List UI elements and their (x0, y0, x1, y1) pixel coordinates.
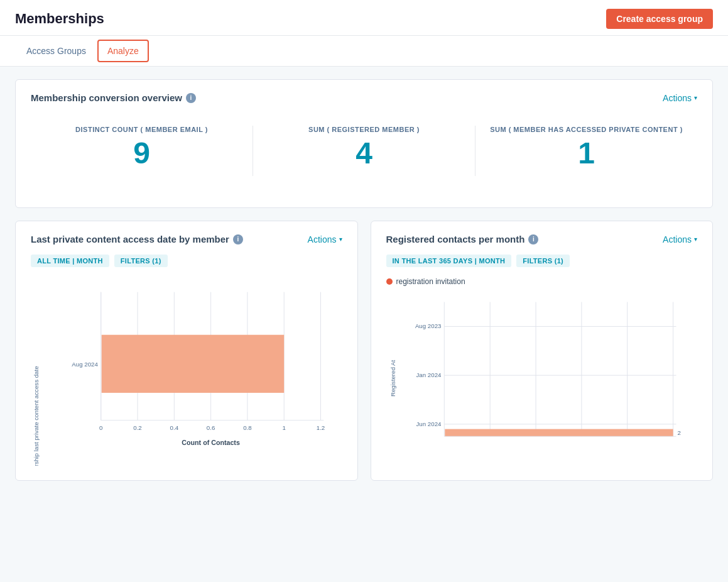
svg-text:Membership last private conten: Membership last private content access d… (33, 366, 40, 466)
metric-private-content: SUM ( MEMBER HAS ACCESSED PRIVATE CONTEN… (475, 126, 697, 168)
top-bar: Memberships Create access group (0, 0, 728, 36)
metric-private-content-value: 1 (475, 138, 697, 168)
left-card-actions-button[interactable]: Actions ▾ (308, 234, 342, 244)
overview-actions-button[interactable]: Actions ▾ (663, 93, 697, 103)
metric-distinct-count-label: DISTINCT COUNT ( MEMBER EMAIL ) (31, 126, 253, 133)
left-filter-tags: ALL TIME | MONTH FILTERS (1) (31, 255, 342, 267)
page-title: Memberships (15, 11, 104, 27)
svg-text:0.6: 0.6 (207, 424, 215, 431)
left-filter-tag-1: ALL TIME | MONTH (31, 255, 109, 267)
metric-distinct-count-value: 9 (31, 138, 253, 168)
bar-jun-2024 (445, 429, 673, 437)
legend-label: registration invitation (396, 277, 465, 286)
right-card-title: Registered contacts per month i (386, 234, 539, 244)
left-card-info-icon[interactable]: i (233, 234, 243, 244)
metric-distinct-count: DISTINCT COUNT ( MEMBER EMAIL ) 9 (31, 126, 253, 168)
left-filter-tag-2: FILTERS (1) (114, 255, 168, 267)
bar-aug-2024 (102, 335, 284, 393)
main-content: Membership conversion overview i Actions… (0, 67, 728, 493)
legend-dot (386, 278, 393, 285)
bottom-row: Last private content access date by memb… (15, 221, 713, 481)
metrics-row: DISTINCT COUNT ( MEMBER EMAIL ) 9 SUM ( … (31, 113, 697, 195)
svg-text:0.8: 0.8 (243, 424, 252, 431)
left-card-title: Last private content access date by memb… (31, 234, 243, 244)
svg-text:0.2: 0.2 (133, 424, 142, 431)
svg-text:1.2: 1.2 (317, 424, 325, 431)
svg-text:2: 2 (677, 429, 680, 436)
right-filter-tag-1: IN THE LAST 365 DAYS | MONTH (386, 255, 512, 267)
metric-private-content-label: SUM ( MEMBER HAS ACCESSED PRIVATE CONTEN… (475, 126, 697, 133)
right-filter-tag-2: FILTERS (1) (516, 255, 570, 267)
overview-card-header: Membership conversion overview i Actions… (31, 92, 697, 103)
left-chart-svg: Membership last private content access d… (31, 277, 342, 466)
svg-text:Registered At: Registered At (389, 360, 396, 397)
left-chart-area: Membership last private content access d… (31, 277, 342, 468)
left-chart-card: Last private content access date by memb… (15, 221, 358, 481)
tab-analyze[interactable]: Analyze (97, 40, 149, 62)
svg-text:Jun 2024: Jun 2024 (416, 420, 442, 427)
right-filter-tags: IN THE LAST 365 DAYS | MONTH FILTERS (1) (386, 255, 698, 267)
left-card-header: Last private content access date by memb… (31, 234, 342, 244)
overview-actions-chevron: ▾ (694, 94, 697, 101)
svg-text:0: 0 (99, 424, 103, 431)
right-card-actions-button[interactable]: Actions ▾ (663, 234, 697, 244)
metric-registered-label: SUM ( REGISTERED MEMBER ) (253, 126, 475, 133)
right-card-header: Registered contacts per month i Actions … (386, 234, 698, 244)
svg-text:0.4: 0.4 (170, 424, 179, 431)
create-access-group-button[interactable]: Create access group (606, 9, 713, 29)
svg-text:Jan 2024: Jan 2024 (416, 371, 442, 378)
left-actions-chevron: ▾ (339, 236, 342, 243)
svg-text:Aug 2023: Aug 2023 (415, 322, 441, 329)
right-actions-chevron: ▾ (694, 236, 697, 243)
svg-text:Count of Contacts: Count of Contacts (182, 439, 240, 446)
metric-registered-member: SUM ( REGISTERED MEMBER ) 4 (253, 126, 475, 168)
metric-registered-value: 4 (253, 138, 475, 168)
overview-info-icon[interactable]: i (186, 93, 196, 103)
svg-text:Aug 2024: Aug 2024 (72, 361, 98, 368)
right-card-info-icon[interactable]: i (528, 234, 538, 244)
right-chart-area: Registered At Aug 2023 Jan 2024 Jun 20 (386, 294, 698, 465)
tab-access-groups[interactable]: Access Groups (15, 37, 97, 66)
right-chart-svg: Registered At Aug 2023 Jan 2024 Jun 20 (386, 294, 698, 463)
right-chart-card: Registered contacts per month i Actions … (371, 221, 714, 481)
svg-text:1: 1 (282, 424, 285, 431)
overview-card-title: Membership conversion overview i (31, 92, 196, 103)
overview-card: Membership conversion overview i Actions… (15, 79, 713, 208)
right-chart-legend: registration invitation (386, 277, 698, 286)
tabs-nav: Access Groups Analyze (0, 36, 728, 67)
